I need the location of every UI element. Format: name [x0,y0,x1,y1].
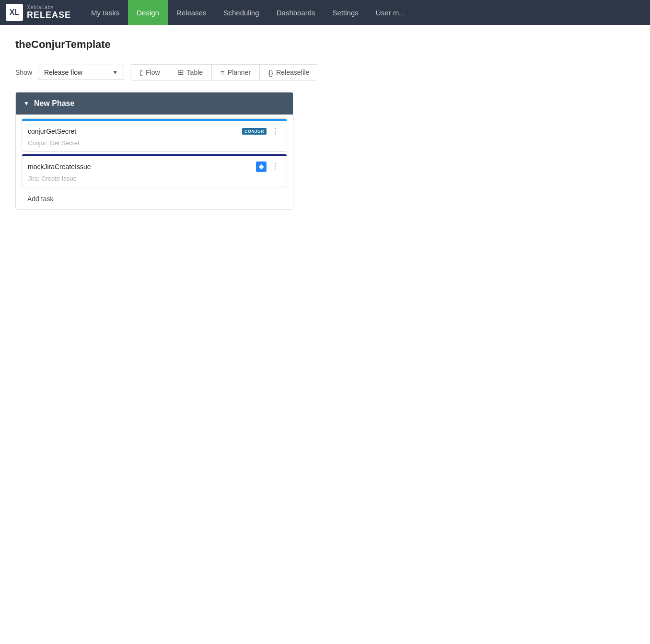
dropdown-arrow-icon: ▼ [112,69,118,76]
task-card-actions: ◆ ⋮ [256,161,281,172]
tab-flow-label: Flow [146,69,160,76]
task-card: conjurGetSecret conjur ⋮ Conjur: Get Sec… [22,118,287,152]
phase-collapse-icon[interactable]: ▼ [23,100,29,107]
tab-planner[interactable]: ≡ Planner [212,65,260,80]
logo-xl-text: XL [10,8,19,17]
logo-box: XL [6,4,23,21]
nav-item-releases[interactable]: Releases [168,0,215,25]
nav-item-user-menu[interactable]: User m... [367,0,414,25]
nav-item-settings[interactable]: Settings [324,0,367,25]
task-menu-icon[interactable]: ⋮ [269,161,281,172]
tab-table-label: Table [187,69,203,76]
tab-table[interactable]: ⊞ Table [169,65,212,80]
phase-header: ▼ New Phase [16,92,293,115]
brand-appname: RELEASE [27,10,71,20]
task-menu-icon[interactable]: ⋮ [269,126,281,137]
brand-name-group: XebiaLabs RELEASE [27,5,71,20]
flow-tab-icon: ⦍ [139,69,143,77]
tab-flow[interactable]: ⦍ Flow [130,65,169,80]
task-card-actions: conjur ⋮ [242,126,281,137]
dropdown-value: Release flow [44,69,82,76]
nav-item-my-tasks[interactable]: My tasks [82,0,128,25]
tab-releasefile[interactable]: {} Releasefile [260,65,318,80]
nav-items: My tasks Design Releases Scheduling Dash… [82,0,414,25]
task-card-header: mockJiraCreateIssue ◆ ⋮ [28,161,281,172]
brand-logo: XL XebiaLabs RELEASE [6,4,71,21]
task-plugin-badge: conjur [242,128,267,135]
task-name: mockJiraCreateIssue [28,163,91,171]
nav-item-dashboards[interactable]: Dashboards [268,0,324,25]
task-card-body: conjurGetSecret conjur ⋮ Conjur: Get Sec… [22,121,287,151]
tab-releasefile-label: Releasefile [276,69,309,76]
task-card-body: mockJiraCreateIssue ◆ ⋮ Jira: Create Iss… [22,156,287,187]
planner-tab-icon: ≡ [221,69,225,77]
navbar: XL XebiaLabs RELEASE My tasks Design Rel… [0,0,650,25]
phase-container: ▼ New Phase conjurGetSecret conjur ⋮ Con… [15,92,293,210]
toolbar: Show Release flow ▼ ⦍ Flow ⊞ Table ≡ Pla… [15,64,635,80]
releasefile-tab-icon: {} [268,69,273,77]
task-description: Conjur: Get Secret [28,139,281,147]
nav-item-design[interactable]: Design [128,0,168,25]
task-card: mockJiraCreateIssue ◆ ⋮ Jira: Create Iss… [22,154,287,187]
add-task-row[interactable]: Add task [22,189,287,209]
task-card-header: conjurGetSecret conjur ⋮ [28,126,281,137]
task-name: conjurGetSecret [28,127,76,135]
page-content: theConjurTemplate Show Release flow ▼ ⦍ … [0,25,650,210]
view-tabs: ⦍ Flow ⊞ Table ≡ Planner {} Releasefile [130,64,318,80]
show-label: Show [15,69,32,76]
jira-icon: ◆ [256,161,267,172]
page-title: theConjurTemplate [15,38,635,51]
add-task-label: Add task [27,195,53,203]
nav-item-scheduling[interactable]: Scheduling [215,0,267,25]
brand-subtext: XebiaLabs [27,5,71,10]
phase-tasks: conjurGetSecret conjur ⋮ Conjur: Get Sec… [16,115,293,209]
release-flow-dropdown[interactable]: Release flow ▼ [38,65,124,80]
table-tab-icon: ⊞ [178,68,184,77]
phase-name: New Phase [34,99,74,108]
task-description: Jira: Create Issue [28,175,281,182]
tab-planner-label: Planner [228,69,251,76]
